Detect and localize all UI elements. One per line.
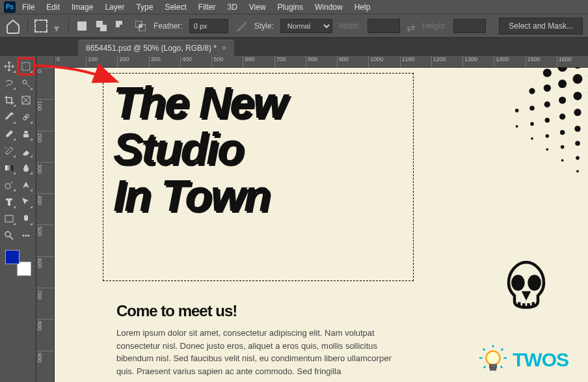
rectangle-tool[interactable] xyxy=(1,211,17,226)
frame-tool[interactable] xyxy=(18,92,34,108)
svg-point-35 xyxy=(529,105,534,110)
svg-point-27 xyxy=(558,79,567,88)
menu-edit[interactable]: Edit xyxy=(41,1,65,13)
swap-icon: ⇄ xyxy=(407,21,416,31)
antialias-icon[interactable] xyxy=(235,20,248,33)
svg-point-36 xyxy=(515,109,519,113)
menu-select[interactable]: Select xyxy=(159,1,191,13)
svg-point-52 xyxy=(575,141,580,146)
dodge-tool[interactable] xyxy=(1,177,17,193)
svg-point-26 xyxy=(573,74,583,84)
workspace: 0 100 200 300 400 500 600 700 800 900 10… xyxy=(0,56,588,382)
svg-point-33 xyxy=(559,96,566,103)
menu-layer[interactable]: Layer xyxy=(100,1,129,13)
svg-rect-12 xyxy=(5,165,13,171)
new-selection-icon[interactable] xyxy=(75,20,88,33)
move-tool[interactable] xyxy=(1,59,17,74)
svg-point-41 xyxy=(545,118,550,122)
document-tab[interactable]: 8654451.psd @ 50% (Logo, RGB/8) * × xyxy=(78,40,234,56)
svg-point-40 xyxy=(559,114,565,120)
menu-file[interactable]: File xyxy=(17,1,40,13)
intersect-selection-icon[interactable] xyxy=(134,20,147,33)
canvas[interactable]: The New Studio In Town Come to meet us! … xyxy=(55,68,588,382)
style-select[interactable]: Normal xyxy=(280,19,332,33)
options-bar: ▾ Feather: Style: Normal Width: ⇄ Height… xyxy=(0,14,588,38)
svg-point-65 xyxy=(529,277,540,290)
halftone-pattern xyxy=(419,68,588,237)
type-tool[interactable] xyxy=(1,194,17,210)
color-swatches[interactable] xyxy=(5,250,31,276)
close-icon[interactable]: × xyxy=(222,44,226,53)
svg-point-64 xyxy=(513,277,523,290)
feather-label: Feather: xyxy=(154,21,183,31)
svg-point-18 xyxy=(28,235,30,237)
path-tool[interactable] xyxy=(18,194,34,210)
svg-rect-2 xyxy=(100,25,107,31)
add-selection-icon[interactable] xyxy=(95,20,108,33)
svg-point-53 xyxy=(561,145,565,149)
home-icon[interactable] xyxy=(5,18,21,34)
style-label: Style: xyxy=(254,21,274,31)
svg-point-58 xyxy=(561,159,564,162)
gradient-tool[interactable] xyxy=(1,160,17,176)
height-label: Height: xyxy=(422,21,447,31)
svg-point-57 xyxy=(576,156,580,160)
svg-rect-7 xyxy=(139,25,142,27)
horizontal-ruler[interactable]: 0 100 200 300 400 500 600 700 800 900 10… xyxy=(55,56,588,68)
menu-plugins[interactable]: Plugins xyxy=(273,1,308,13)
menu-3d[interactable]: 3D xyxy=(222,1,242,13)
menu-window[interactable]: Window xyxy=(310,1,348,13)
svg-point-15 xyxy=(5,232,10,237)
quick-select-tool[interactable] xyxy=(18,75,34,91)
twos-watermark: TWOS xyxy=(458,338,588,382)
divider xyxy=(27,18,28,34)
svg-point-9 xyxy=(23,80,27,84)
marquee-tool[interactable] xyxy=(18,59,34,74)
chevron-down-icon[interactable]: ▾ xyxy=(54,22,62,30)
blur-tool[interactable] xyxy=(18,160,34,176)
svg-rect-4 xyxy=(120,25,126,31)
document-tab-bar: 8654451.psd @ 50% (Logo, RGB/8) * × xyxy=(0,38,588,56)
svg-point-13 xyxy=(5,184,10,189)
svg-point-29 xyxy=(529,88,535,94)
healing-tool[interactable] xyxy=(18,109,34,125)
brush-tool[interactable] xyxy=(1,126,17,142)
hand-tool[interactable] xyxy=(18,211,34,226)
menu-image[interactable]: Image xyxy=(66,1,98,13)
menubar: Ps File Edit Image Layer Type Select Fil… xyxy=(0,0,588,14)
photoshop-icon[interactable]: Ps xyxy=(4,1,16,13)
crop-tool[interactable] xyxy=(1,92,17,108)
lasso-tool[interactable] xyxy=(1,75,17,91)
menu-help[interactable]: Help xyxy=(349,1,376,13)
lightbulb-icon xyxy=(477,344,509,375)
zoom-tool[interactable] xyxy=(1,228,17,243)
menu-type[interactable]: Type xyxy=(131,1,158,13)
eraser-tool[interactable] xyxy=(18,143,34,159)
ruler-origin[interactable] xyxy=(36,56,55,68)
svg-point-32 xyxy=(573,92,581,100)
pen-tool[interactable] xyxy=(18,177,34,193)
headline-text: The New Studio In Town xyxy=(113,79,286,219)
edit-toolbar[interactable] xyxy=(18,228,34,243)
history-brush-tool[interactable] xyxy=(1,143,17,159)
subtract-selection-icon[interactable] xyxy=(114,20,127,33)
clone-tool[interactable] xyxy=(18,126,34,142)
feather-input[interactable] xyxy=(189,19,228,33)
menu-filter[interactable]: Filter xyxy=(193,1,221,13)
svg-rect-0 xyxy=(77,21,87,31)
svg-point-46 xyxy=(574,126,580,131)
menu-view[interactable]: View xyxy=(244,1,271,13)
body-text: Lorem ipsum dolor sit amet, consectetur … xyxy=(116,327,409,377)
svg-point-39 xyxy=(574,109,581,116)
svg-point-47 xyxy=(560,130,565,135)
tool-preset-icon[interactable] xyxy=(34,20,47,33)
skull-icon xyxy=(497,256,555,315)
svg-point-42 xyxy=(530,122,534,126)
twos-text: TWOS xyxy=(513,349,568,371)
foreground-color-swatch[interactable] xyxy=(5,250,20,264)
eyedropper-tool[interactable] xyxy=(1,109,17,125)
select-and-mask-button[interactable]: Select and Mask... xyxy=(499,18,583,34)
svg-point-61 xyxy=(576,170,579,172)
vertical-ruler[interactable]: 0 100 200 300 400 500 600 700 800 900 xyxy=(36,68,55,382)
svg-point-49 xyxy=(531,137,533,140)
